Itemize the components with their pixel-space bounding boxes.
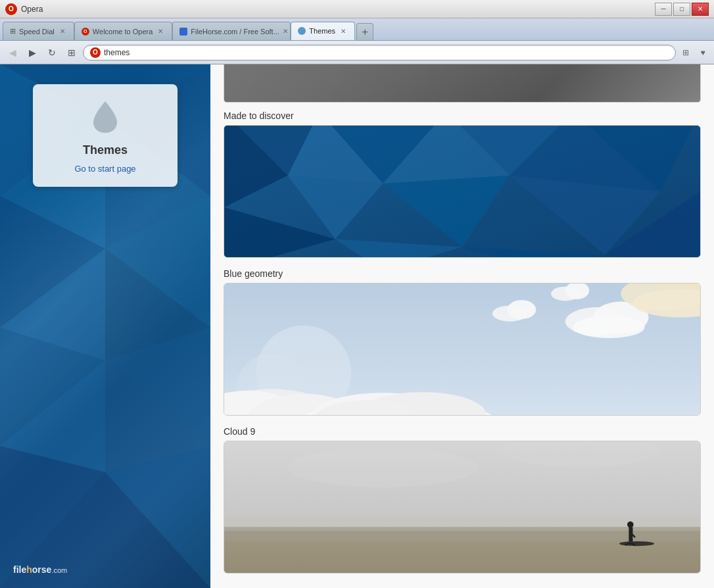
theme-preview-surfer[interactable] — [224, 441, 701, 574]
svg-point-46 — [573, 316, 645, 338]
top-clipped-image — [224, 64, 700, 103]
forward-button[interactable]: ▶ — [24, 45, 41, 61]
address-input-container: O themes — [83, 45, 676, 61]
sidebar-card: Themes Go to start page — [33, 84, 178, 187]
tab-speed-dial-close[interactable]: ✕ — [58, 27, 67, 36]
tab-welcome-label: Welcome to Opera — [93, 28, 153, 36]
tab-filehorse[interactable]: FileHorse.com / Free Soft... ✕ — [172, 22, 291, 40]
tab-speed-dial[interactable]: ⊞ Speed Dial ✕ — [3, 22, 74, 40]
new-tab-button[interactable]: + — [356, 23, 373, 40]
filehorse-favicon — [179, 28, 187, 36]
main-content: Themes Go to start page filehorse.com Ma… — [0, 64, 714, 588]
blue-geometry-image — [224, 126, 700, 257]
svg-point-60 — [619, 541, 654, 546]
reload-button[interactable]: ↻ — [43, 45, 60, 61]
surfer-svg — [224, 441, 700, 573]
title-bar: O Opera ─ □ ✕ — [0, 0, 714, 18]
minimize-button[interactable]: ─ — [655, 3, 672, 16]
section-title-blue-geometry: Blue geometry — [224, 263, 701, 283]
filehorse-logo: filehorse.com — [13, 564, 67, 575]
themes-drop-icon — [89, 97, 122, 137]
themes-favicon — [298, 27, 306, 35]
tab-themes-label: Themes — [309, 27, 335, 35]
window-title: Opera — [21, 5, 655, 14]
back-button[interactable]: ◀ — [4, 45, 21, 61]
svg-point-51 — [508, 300, 536, 319]
tab-filehorse-label: FileHorse.com / Free Soft... — [191, 28, 279, 36]
close-button[interactable]: ✕ — [692, 3, 709, 16]
tab-welcome[interactable]: O Welcome to Opera ✕ — [74, 22, 173, 40]
stash-button[interactable]: ⊞ — [678, 45, 693, 60]
section-title-cloud9: Cloud 9 — [224, 421, 701, 441]
tab-filehorse-close[interactable]: ✕ — [283, 27, 288, 36]
theme-preview-blue-geometry[interactable] — [224, 125, 701, 258]
svg-point-64 — [288, 448, 479, 487]
surfer-image — [224, 441, 700, 573]
maximize-button[interactable]: □ — [673, 3, 690, 16]
theme-preview-cloud9[interactable] — [224, 283, 701, 416]
content-inner: Made to discover — [210, 64, 714, 588]
drop-shape-svg — [92, 100, 118, 134]
address-input[interactable]: themes — [104, 48, 669, 57]
blue-geometry-svg — [224, 126, 700, 257]
heart-button[interactable]: ♥ — [696, 45, 710, 60]
opera-logo-icon: O — [90, 47, 101, 58]
section-title-made-to-discover: Made to discover — [224, 105, 701, 125]
window-controls: ─ □ ✕ — [655, 3, 709, 16]
sidebar: Themes Go to start page filehorse.com — [0, 64, 210, 588]
speed-dial-icon: ⊞ — [10, 27, 16, 36]
cloud9-image — [224, 283, 700, 415]
address-bar: ◀ ▶ ↻ ⊞ O themes ⊞ ♥ — [0, 41, 714, 64]
top-clipped-theme — [224, 64, 701, 103]
content-area[interactable]: Made to discover — [210, 64, 714, 588]
app-icon: O — [5, 3, 17, 15]
tab-bar: ⊞ Speed Dial ✕ O Welcome to Opera ✕ File… — [0, 18, 714, 41]
tab-speed-dial-label: Speed Dial — [19, 28, 55, 36]
go-to-start-link[interactable]: Go to start page — [74, 164, 135, 174]
home-button[interactable]: ⊞ — [63, 45, 80, 61]
tab-themes-close[interactable]: ✕ — [339, 26, 348, 36]
svg-point-59 — [627, 522, 634, 528]
tab-themes[interactable]: Themes ✕ — [291, 22, 355, 40]
tab-welcome-close[interactable]: ✕ — [156, 27, 165, 36]
sidebar-app-title: Themes — [83, 143, 128, 157]
opera-favicon: O — [82, 28, 89, 36]
cloud9-svg — [224, 283, 700, 415]
